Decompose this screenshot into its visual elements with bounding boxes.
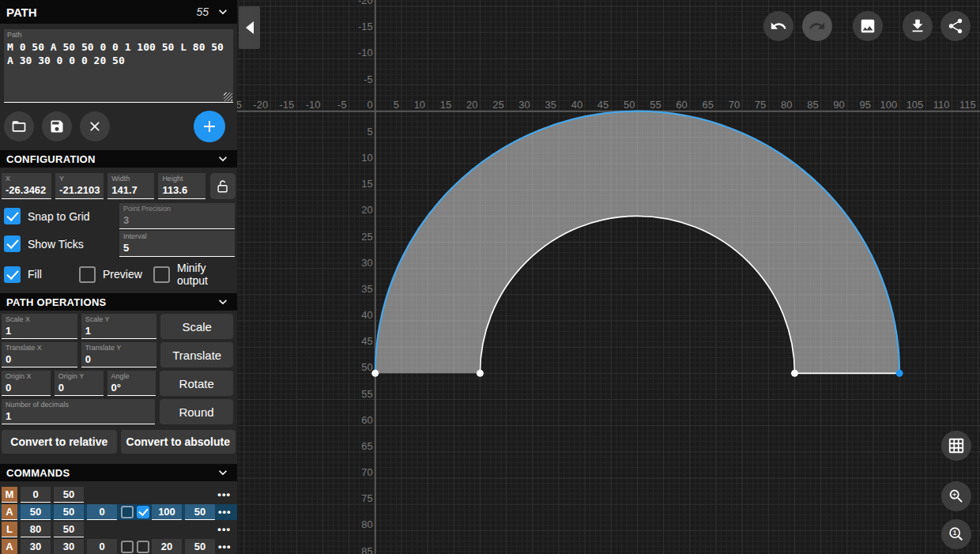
configuration-header[interactable]: CONFIGURATION (0, 150, 237, 168)
tick-label: 50 (361, 361, 372, 373)
command-letter-cell[interactable]: L (2, 522, 17, 537)
path-point[interactable] (371, 370, 379, 377)
translate-y-field[interactable]: Translate Y 0 (81, 342, 157, 367)
clear-path-button[interactable] (80, 111, 110, 141)
angle-field[interactable]: Angle 0° (107, 371, 156, 396)
x-field[interactable]: X -26.3462 (2, 173, 51, 199)
tick-label: 80 (361, 518, 372, 530)
point-precision-field[interactable]: Point Precision 3 (119, 203, 235, 229)
tick-label: 5 (368, 126, 373, 138)
command-value-cell[interactable]: 0 (21, 487, 51, 503)
save-button[interactable] (42, 111, 72, 141)
share-button[interactable] (940, 11, 971, 41)
path-point[interactable] (477, 370, 484, 377)
snap-to-grid-row: Snap to Grid (0, 203, 119, 229)
show-ticks-checkbox[interactable] (4, 236, 21, 252)
more-options-icon[interactable]: ••• (218, 504, 232, 520)
tick-label: 30 (361, 257, 372, 269)
zoom-reset-button[interactable]: 1 (941, 519, 971, 549)
scale-y-field[interactable]: Scale Y 1 (81, 314, 157, 339)
command-value-cell[interactable]: 0 (87, 539, 117, 554)
interval-field[interactable]: Interval 5 (119, 231, 235, 257)
aspect-lock-button[interactable] (210, 173, 236, 199)
command-row[interactable]: A5050010050••• (0, 504, 237, 520)
tick-label: 55 (361, 388, 372, 400)
path-point[interactable] (791, 370, 798, 377)
grid-canvas[interactable]: -25-20-15-10-505101520253035404550556065… (237, 0, 980, 554)
command-value-cell[interactable]: 50 (54, 504, 84, 520)
minify-checkbox[interactable] (153, 266, 170, 283)
command-value-cell[interactable]: 50 (21, 504, 51, 520)
command-value-cell[interactable]: 50 (185, 539, 215, 554)
undo-button[interactable] (763, 11, 793, 41)
arc-flag-checkbox[interactable] (121, 506, 134, 518)
fill-checkbox[interactable] (4, 266, 21, 283)
zoom-in-button[interactable] (941, 481, 971, 511)
preview-checkbox[interactable] (79, 266, 96, 283)
more-options-icon[interactable]: ••• (217, 487, 231, 503)
tick-label: 10 (414, 99, 425, 111)
minify-label: Minify output (177, 262, 237, 287)
collapse-sidebar-button[interactable] (239, 6, 260, 49)
tick-label: 30 (518, 99, 530, 111)
origin-y-field[interactable]: Origin Y 0 (55, 371, 104, 396)
tick-label: 70 (729, 99, 740, 111)
command-row[interactable]: L8050••• (0, 522, 237, 537)
convert-to-absolute-button[interactable]: Convert to absolute (121, 430, 236, 454)
command-letter-cell[interactable]: A (2, 539, 17, 554)
command-value-cell[interactable]: 50 (185, 504, 215, 520)
tick-label: 90 (833, 99, 844, 111)
width-field[interactable]: Width 141.7 (107, 173, 154, 199)
convert-to-relative-button[interactable]: Convert to relative (2, 430, 117, 454)
export-image-button[interactable] (853, 11, 883, 41)
redo-button[interactable] (802, 11, 832, 41)
decimals-field[interactable]: Number of decimals 1 (2, 399, 155, 424)
height-field[interactable]: Height 113.6 (158, 173, 205, 199)
y-field[interactable]: Y -21.2103 (55, 173, 104, 199)
preview-option: Preview (79, 266, 153, 283)
origin-x-field[interactable]: Origin X 0 (2, 371, 51, 396)
add-command-button[interactable] (194, 111, 225, 142)
command-letter-cell[interactable]: A (2, 504, 17, 520)
more-options-icon[interactable]: ••• (218, 539, 232, 554)
translate-x-field[interactable]: Translate X 0 (2, 342, 77, 367)
file-actions-row (4, 111, 233, 142)
command-row[interactable]: M050••• (0, 487, 237, 503)
rotate-button[interactable]: Rotate (160, 371, 233, 396)
redo-icon (808, 17, 826, 35)
tick-label: 20 (361, 204, 372, 216)
path-panel-header[interactable]: PATH 55 (0, 0, 237, 24)
arc-flag-checkbox[interactable] (121, 541, 134, 553)
command-value-cell[interactable]: 0 (87, 504, 117, 520)
command-value-cell[interactable]: 50 (54, 522, 84, 537)
chevron-down-icon (215, 465, 231, 481)
more-options-icon[interactable]: ••• (217, 522, 231, 537)
command-value-cell[interactable]: 30 (21, 539, 51, 554)
arc-flag-checkbox[interactable] (137, 506, 149, 518)
tick-label: 10 (361, 152, 372, 164)
svg-path-editor-app: PATH 55 Path M 0 50 A 50 50 0 0 1 100 50… (0, 0, 980, 554)
command-letter-cell[interactable]: M (2, 487, 17, 503)
command-value-cell[interactable]: 20 (152, 539, 182, 554)
translate-button[interactable]: Translate (160, 342, 233, 367)
commands-header[interactable]: COMMANDS (0, 464, 237, 481)
tick-label: 65 (361, 440, 372, 452)
command-row[interactable]: A303002050••• (0, 539, 237, 554)
interval-label: Interval (123, 232, 231, 240)
download-button[interactable] (903, 11, 933, 41)
scale-button[interactable]: Scale (160, 314, 233, 339)
arc-flag-checkbox[interactable] (137, 541, 149, 553)
path-operations-header[interactable]: PATH OPERATIONS (0, 293, 237, 311)
path-input[interactable]: M 0 50 A 50 50 0 0 1 100 50 L 80 50 A 30… (4, 29, 233, 103)
command-value-cell[interactable]: 100 (152, 504, 182, 520)
command-value-cell[interactable]: 80 (21, 522, 51, 537)
snap-to-grid-checkbox[interactable] (4, 208, 21, 224)
tick-label: 0 (368, 99, 373, 111)
scale-x-field[interactable]: Scale X 1 (2, 314, 77, 339)
command-value-cell[interactable]: 50 (54, 487, 84, 503)
open-file-button[interactable] (4, 111, 34, 141)
round-button[interactable]: Round (160, 399, 233, 424)
path-point[interactable] (896, 370, 903, 377)
command-value-cell[interactable]: 30 (54, 539, 84, 554)
toggle-grid-button[interactable] (941, 431, 971, 461)
